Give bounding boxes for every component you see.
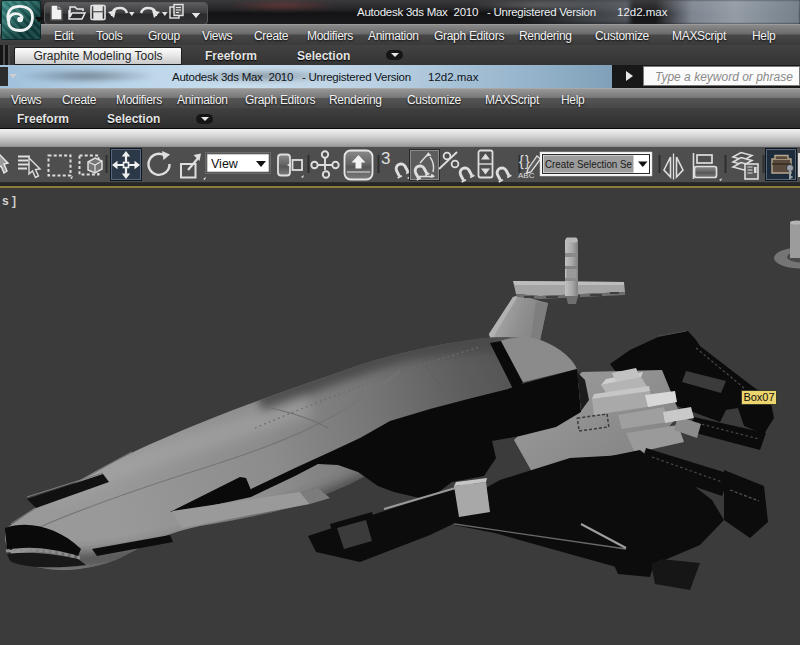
svg-text:3: 3 [381, 149, 390, 168]
svg-text:{: { [519, 153, 524, 169]
svg-text:ABC: ABC [518, 171, 535, 180]
svg-text:Create Selection Se: Create Selection Se [545, 157, 632, 171]
svg-text:View: View [211, 157, 239, 171]
